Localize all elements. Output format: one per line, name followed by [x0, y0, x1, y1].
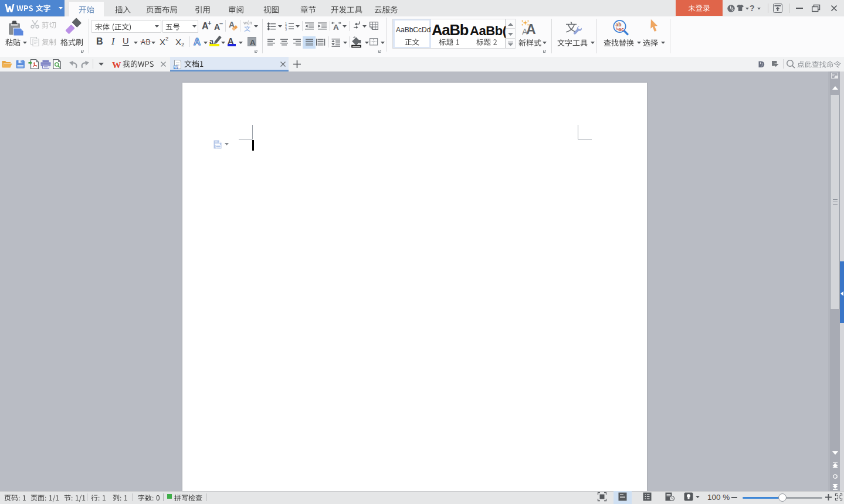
svg-text:3: 3 — [285, 28, 287, 31]
svg-text:A: A — [526, 22, 536, 37]
svg-text:A: A — [522, 27, 528, 36]
svg-text:W: W — [174, 65, 178, 69]
svg-text:ac: ac — [619, 26, 625, 32]
svg-text:A: A — [333, 23, 339, 32]
svg-text:W: W — [112, 60, 121, 70]
